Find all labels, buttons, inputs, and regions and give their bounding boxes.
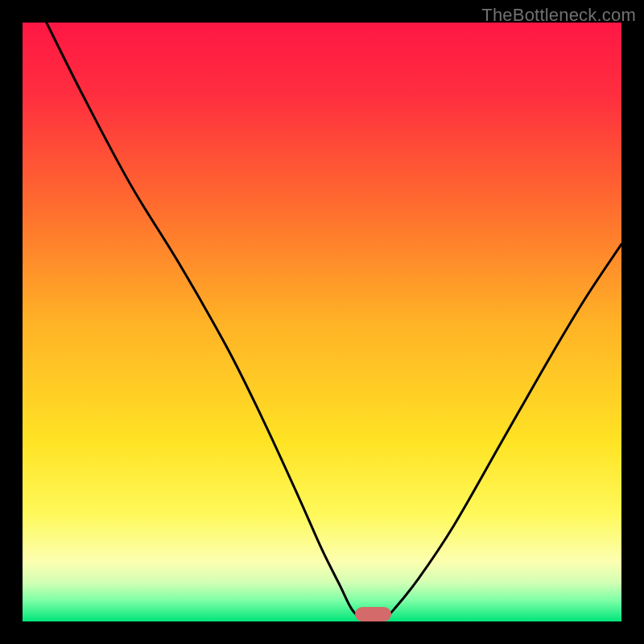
plot-area: [23, 23, 621, 621]
optimum-marker: [355, 607, 391, 621]
right-curve: [382, 244, 621, 621]
chart-frame: TheBottleneck.com: [0, 0, 644, 644]
watermark-text: TheBottleneck.com: [481, 5, 636, 26]
left-curve: [47, 23, 364, 621]
curves-svg: [23, 23, 621, 621]
